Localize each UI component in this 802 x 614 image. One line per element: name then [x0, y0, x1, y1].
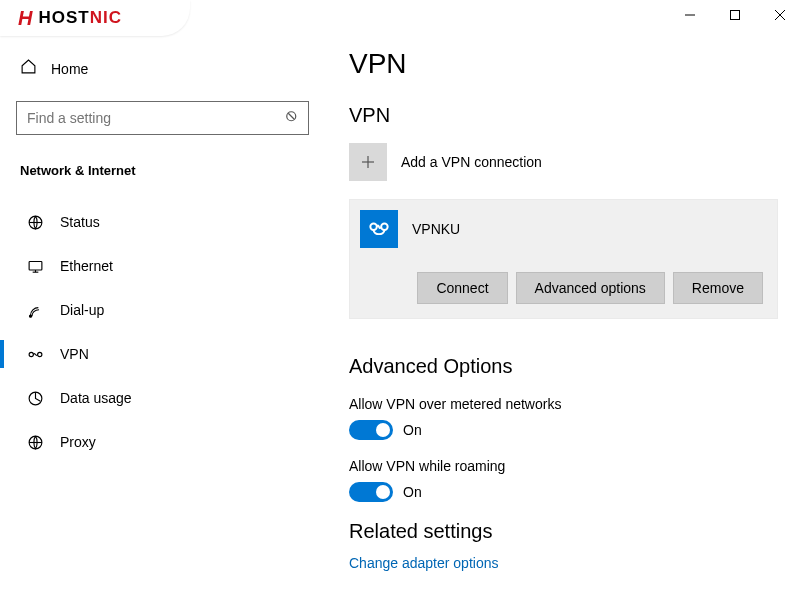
section-title-vpn: VPN	[349, 104, 778, 127]
sidebar-item-status[interactable]: Status	[8, 200, 317, 244]
sidebar-item-label: Status	[60, 214, 100, 230]
svg-point-19	[370, 224, 377, 231]
dialup-icon	[26, 302, 44, 319]
ethernet-icon	[26, 258, 44, 275]
sidebar-item-label: Dial-up	[60, 302, 104, 318]
section-title-related: Related settings	[349, 520, 778, 543]
proxy-icon	[26, 434, 44, 451]
sidebar-item-ethernet[interactable]: Ethernet	[8, 244, 317, 288]
toggle-metered[interactable]	[349, 420, 393, 440]
change-adapter-link[interactable]: Change adapter options	[349, 555, 778, 571]
toggle-metered-state: On	[403, 422, 422, 438]
add-vpn-button[interactable]	[349, 143, 387, 181]
home-icon	[20, 58, 37, 79]
maximize-button[interactable]	[712, 0, 757, 30]
svg-point-12	[29, 352, 33, 356]
sidebar-item-datausage[interactable]: Data usage	[8, 376, 317, 420]
home-nav[interactable]: Home	[8, 48, 317, 89]
vpn-connection-card[interactable]: VPNKU Connect Advanced options Remove	[349, 199, 778, 319]
close-button[interactable]	[757, 0, 802, 30]
home-label: Home	[51, 61, 88, 77]
vpn-tile-icon	[360, 210, 398, 248]
minimize-button[interactable]	[667, 0, 712, 30]
search-icon	[283, 108, 301, 130]
sidebar-item-label: Data usage	[60, 390, 132, 406]
main-content: VPN VPN Add a VPN connection VPNKU Conne…	[325, 0, 802, 614]
sidebar-item-vpn[interactable]: VPN	[8, 332, 317, 376]
svg-point-13	[37, 352, 41, 356]
search-input[interactable]	[16, 101, 309, 135]
search-box[interactable]	[16, 101, 309, 135]
connect-button[interactable]: Connect	[417, 272, 507, 304]
window-controls	[667, 0, 802, 30]
add-vpn-row[interactable]: Add a VPN connection	[349, 143, 778, 181]
vpn-icon	[26, 346, 44, 363]
toggle-roaming-row: Allow VPN while roaming On	[349, 458, 778, 502]
toggle-roaming-state: On	[403, 484, 422, 500]
logo-text: HOSTNIC	[38, 8, 122, 28]
brand-logo: H HOSTNIC	[0, 0, 190, 36]
toggle-roaming-label: Allow VPN while roaming	[349, 458, 778, 474]
sidebar: Home Network & Internet Status Ethernet	[0, 0, 325, 614]
advanced-options-button[interactable]: Advanced options	[516, 272, 665, 304]
toggle-metered-label: Allow VPN over metered networks	[349, 396, 778, 412]
add-vpn-label: Add a VPN connection	[401, 154, 542, 170]
toggle-roaming[interactable]	[349, 482, 393, 502]
vpn-connection-name: VPNKU	[412, 221, 460, 237]
sidebar-item-label: VPN	[60, 346, 89, 362]
svg-point-20	[381, 224, 388, 231]
sidebar-item-dialup[interactable]: Dial-up	[8, 288, 317, 332]
status-icon	[26, 214, 44, 231]
svg-point-11	[29, 315, 31, 317]
category-title: Network & Internet	[8, 155, 317, 190]
datausage-icon	[26, 390, 44, 407]
toggle-metered-row: Allow VPN over metered networks On	[349, 396, 778, 440]
logo-text-part1: HOST	[38, 8, 89, 27]
nav-list: Status Ethernet Dial-up VPN	[8, 200, 317, 464]
sidebar-item-proxy[interactable]: Proxy	[8, 420, 317, 464]
section-title-advanced: Advanced Options	[349, 355, 778, 378]
svg-rect-1	[730, 11, 739, 20]
svg-rect-8	[29, 261, 42, 270]
plus-icon	[359, 153, 377, 171]
page-title: VPN	[349, 48, 778, 80]
svg-line-5	[288, 113, 294, 119]
sidebar-item-label: Ethernet	[60, 258, 113, 274]
remove-button[interactable]: Remove	[673, 272, 763, 304]
sidebar-item-label: Proxy	[60, 434, 96, 450]
logo-text-part2: NIC	[90, 8, 122, 27]
logo-mark-icon: H	[18, 7, 32, 30]
